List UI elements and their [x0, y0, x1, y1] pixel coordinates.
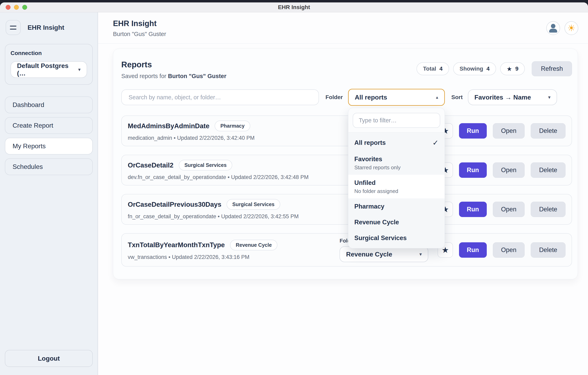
search-input[interactable] — [121, 89, 319, 105]
window-titlebar: EHR Insight — [0, 2, 588, 12]
sidebar-nav: Dashboard Create Report My Reports Sched… — [5, 96, 93, 175]
sidebar-item-create-report[interactable]: Create Report — [5, 117, 93, 134]
report-row: TxnTotalByYearMonthTxnType Revenue Cycle… — [121, 233, 572, 267]
report-list: MedAdminsByAdminDate Pharmacy medication… — [121, 115, 572, 267]
report-folder-tag: Revenue Cycle — [230, 240, 277, 250]
connection-card: Connection Default Postgres (… ▾ — [5, 44, 93, 85]
delete-button[interactable]: Delete — [531, 123, 566, 139]
report-name: OrCaseDetail2 — [128, 162, 174, 169]
sort-label: Sort — [451, 94, 463, 101]
close-button[interactable] — [6, 5, 10, 10]
logout-button[interactable]: Logout — [5, 350, 93, 367]
sidebar: EHR Insight Connection Default Postgres … — [0, 12, 98, 375]
page-title: EHR Insight — [113, 19, 166, 28]
folder-dropdown-item-all-reports[interactable]: All reports ✓ — [348, 134, 445, 151]
hamburger-menu-button[interactable] — [6, 20, 21, 35]
folder-dropdown-item-unfiled[interactable]: Unfiled No folder assigned — [348, 175, 445, 198]
sidebar-item-dashboard[interactable]: Dashboard — [5, 96, 93, 113]
run-button[interactable]: Run — [459, 202, 487, 217]
sort-select-value: Favorites → Name — [474, 94, 531, 101]
hamburger-icon — [10, 26, 16, 27]
report-row: MedAdminsByAdminDate Pharmacy medication… — [121, 115, 572, 146]
total-badge: Total 4 — [417, 62, 449, 75]
reports-title: Reports — [121, 60, 226, 69]
sun-icon: ☀ — [567, 24, 575, 32]
report-meta: fn_or_case_detail_by_operationdate • Upd… — [128, 213, 299, 220]
report-meta: dev.fn_or_case_detail_by_operationdate •… — [128, 174, 309, 180]
app-window: EHR Insight EHR Insight Connection Defau… — [0, 2, 588, 375]
run-button[interactable]: Run — [459, 162, 487, 178]
page-subtitle: Burton "Gus" Guster — [113, 31, 166, 37]
showing-badge: Showing 4 — [453, 62, 496, 75]
delete-button[interactable]: Delete — [531, 202, 566, 217]
folder-filter-input[interactable] — [353, 113, 440, 128]
check-icon: ✓ — [432, 139, 439, 147]
zoom-button[interactable] — [22, 5, 27, 10]
folder-dropdown-item-surgical-services[interactable]: Surgical Services — [348, 230, 445, 246]
report-name: MedAdminsByAdminDate — [128, 122, 209, 130]
sidebar-item-my-reports[interactable]: My Reports — [5, 138, 93, 154]
delete-button[interactable]: Delete — [531, 162, 566, 178]
open-button[interactable]: Open — [493, 162, 525, 178]
star-icon: ★ — [507, 65, 512, 72]
sidebar-app-title: EHR Insight — [28, 24, 64, 31]
report-meta: vw_transactions • Updated 2/22/2026, 3:4… — [128, 254, 277, 260]
refresh-button[interactable]: Refresh — [532, 61, 572, 76]
report-row: OrCaseDetailPrevious30Days Surgical Serv… — [121, 194, 572, 225]
folder-dropdown-item-revenue-cycle[interactable]: Revenue Cycle — [348, 214, 445, 230]
window-controls — [6, 2, 27, 12]
reports-subtitle-name: Burton "Gus" Guster — [168, 73, 227, 79]
connection-select-value: Default Postgres (… — [17, 62, 78, 77]
delete-button[interactable]: Delete — [531, 242, 566, 258]
user-icon — [551, 24, 555, 28]
chevron-down-icon: ▾ — [419, 251, 422, 257]
folder-dropdown-menu: All reports ✓ Favorites Starred reports … — [348, 108, 445, 248]
row-folder-select[interactable]: Revenue Cycle ▾ — [340, 246, 428, 262]
chevron-down-icon: ▾ — [78, 67, 81, 72]
sidebar-item-schedules[interactable]: Schedules — [5, 158, 93, 175]
reports-card: Reports Saved reports for Burton "Gus" G… — [113, 49, 578, 279]
chevron-down-icon: ▾ — [548, 94, 551, 100]
minimize-button[interactable] — [14, 5, 19, 10]
main-header: EHR Insight Burton "Gus" Guster ☀ — [98, 12, 588, 44]
report-meta: medication_admin • Updated 2/22/2026, 3:… — [128, 135, 254, 141]
folder-filter-label: Folder — [326, 94, 343, 101]
folder-dropdown-item-pharmacy[interactable]: Pharmacy — [348, 198, 445, 214]
report-folder-tag: Pharmacy — [215, 121, 250, 131]
user-profile-button[interactable] — [546, 21, 560, 35]
theme-toggle-button[interactable]: ☀ — [565, 21, 578, 35]
open-button[interactable]: Open — [493, 123, 525, 139]
folder-filter-select[interactable]: All reports ▴ — [348, 89, 445, 106]
report-row: OrCaseDetail2 Surgical Services dev.fn_o… — [121, 155, 572, 185]
sort-select[interactable]: Favorites → Name ▾ — [468, 89, 557, 105]
open-button[interactable]: Open — [493, 202, 525, 217]
run-button[interactable]: Run — [459, 123, 487, 139]
chevron-up-icon: ▴ — [436, 95, 438, 100]
folder-dropdown-items: All reports ✓ Favorites Starred reports … — [348, 132, 445, 248]
window-title: EHR Insight — [278, 4, 310, 10]
report-name: TxnTotalByYearMonthTxnType — [128, 241, 225, 249]
report-folder-tag: Surgical Services — [227, 199, 280, 210]
report-name: OrCaseDetailPrevious30Days — [128, 201, 221, 208]
connection-select[interactable]: Default Postgres (… ▾ — [10, 61, 87, 78]
connection-label: Connection — [10, 50, 87, 56]
folder-dropdown-item-favorites[interactable]: Favorites Starred reports only — [348, 151, 445, 175]
run-button[interactable]: Run — [459, 242, 487, 258]
favorites-count-badge: ★ 9 — [500, 62, 525, 75]
reports-subtitle: Saved reports for Burton "Gus" Guster — [121, 73, 226, 80]
open-button[interactable]: Open — [493, 242, 525, 258]
report-folder-tag: Surgical Services — [179, 160, 232, 171]
main-area: EHR Insight Burton "Gus" Guster ☀ — [98, 12, 588, 375]
folder-filter-value: All reports — [355, 94, 387, 101]
